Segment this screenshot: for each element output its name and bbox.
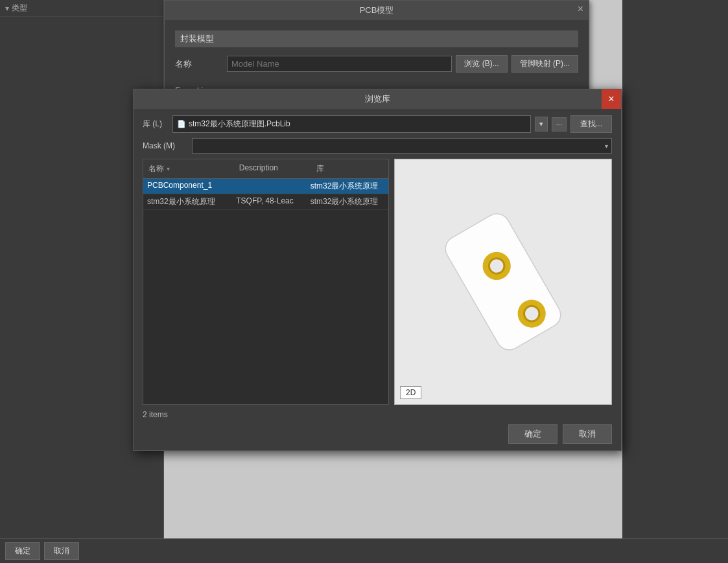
mask-dropdown-arrow-icon: ▾ bbox=[605, 143, 608, 150]
browse-library-dialog: 浏览库 × 库 (L) 📄 stm32最小系统原理图.PcbLib ▾ ··· … bbox=[133, 89, 622, 451]
browse-ok-btn[interactable]: 确定 bbox=[508, 424, 558, 444]
row-description: TSQFP, 48-Leac bbox=[236, 196, 310, 207]
pcb-model-titlebar: PCB模型 × bbox=[165, 1, 589, 20]
items-count: 2 items bbox=[143, 410, 612, 419]
right-panel bbox=[622, 0, 728, 563]
model-name-input[interactable] bbox=[227, 56, 452, 72]
lib-label: 库 (L) bbox=[143, 119, 169, 130]
left-panel-type-label: 类型 bbox=[12, 3, 27, 14]
row-description bbox=[236, 181, 310, 192]
list-item[interactable]: PCBComponent_1 stm32最小系统原理 bbox=[143, 179, 388, 194]
sort-icon: ▾ bbox=[167, 165, 170, 172]
browse-library-titlebar: 浏览库 × bbox=[134, 89, 621, 109]
pcb-model-section-title: 封装模型 bbox=[175, 30, 578, 47]
lib-find-btn[interactable]: 查找... bbox=[570, 115, 612, 133]
mask-row: Mask (M) ▾ bbox=[143, 138, 612, 154]
bottom-cancel-btn[interactable]: 取消 bbox=[44, 542, 79, 560]
name-row: 名称 浏览 (B)... 管脚映射 (P)... bbox=[175, 55, 578, 73]
row-library: stm32最小系统原理 bbox=[311, 181, 384, 192]
browse-cancel-btn[interactable]: 取消 bbox=[563, 424, 612, 444]
name-label: 名称 bbox=[175, 58, 227, 70]
row-name: stm32最小系统原理 bbox=[147, 196, 236, 207]
mask-input-wrapper: ▾ bbox=[192, 138, 612, 154]
col-description: Description bbox=[234, 162, 311, 176]
type-arrow-icon: ▾ bbox=[5, 4, 9, 13]
content-area: 名称 ▾ Description 库 PCBComponent_1 stm32最… bbox=[143, 159, 612, 405]
preview-panel: 2D bbox=[394, 159, 612, 405]
col-name: 名称 ▾ bbox=[143, 162, 234, 176]
component-list-panel: 名称 ▾ Description 库 PCBComponent_1 stm32最… bbox=[143, 159, 389, 405]
lib-input-value: stm32最小系统原理图.PcbLib bbox=[189, 119, 290, 130]
bottom-ok-btn[interactable]: 确定 bbox=[5, 542, 40, 560]
browse-library-close-btn[interactable]: × bbox=[602, 89, 621, 109]
lib-dropdown-btn[interactable]: ▾ bbox=[535, 117, 548, 132]
mask-label: Mask (M) bbox=[143, 141, 188, 150]
lib-file-icon: 📄 bbox=[177, 120, 186, 128]
library-row: 库 (L) 📄 stm32最小系统原理图.PcbLib ▾ ··· 查找... bbox=[143, 115, 612, 133]
list-header: 名称 ▾ Description 库 bbox=[143, 159, 388, 179]
browse-library-title: 浏览库 bbox=[365, 94, 390, 104]
preview-2d-btn[interactable]: 2D bbox=[400, 386, 421, 399]
left-panel-type-row[interactable]: ▾ 类型 bbox=[0, 0, 163, 17]
preview-svg bbox=[395, 159, 611, 404]
pin-map-btn[interactable]: 管脚映射 (P)... bbox=[511, 55, 578, 73]
close-icon: × bbox=[608, 93, 614, 105]
browse-library-body: 库 (L) 📄 stm32最小系统原理图.PcbLib ▾ ··· 查找... … bbox=[134, 109, 621, 450]
row-library: stm32最小系统原理 bbox=[311, 196, 384, 207]
browse-btn[interactable]: 浏览 (B)... bbox=[456, 55, 507, 73]
lib-input[interactable]: 📄 stm32最小系统原理图.PcbLib bbox=[172, 115, 531, 133]
pcb-model-close-icon[interactable]: × bbox=[578, 3, 583, 15]
lib-more-btn[interactable]: ··· bbox=[552, 117, 567, 132]
mask-input[interactable] bbox=[192, 138, 612, 154]
browse-dialog-bottom-btns: 确定 取消 bbox=[143, 424, 612, 444]
pcb-model-title: PCB模型 bbox=[360, 5, 394, 15]
row-name: PCBComponent_1 bbox=[147, 181, 236, 192]
list-item[interactable]: stm32最小系统原理 TSQFP, 48-Leac stm32最小系统原理 bbox=[143, 194, 388, 210]
col-library: 库 bbox=[311, 162, 388, 176]
bottom-bar: 确定 取消 bbox=[0, 538, 728, 563]
